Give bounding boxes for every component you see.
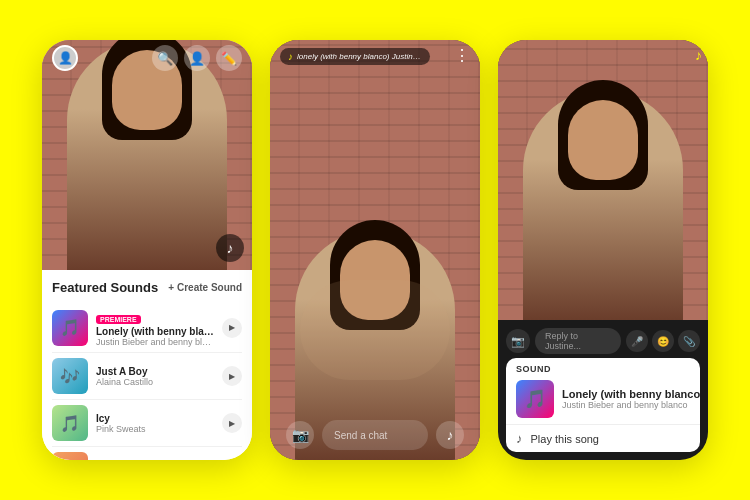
person-image-3: [498, 40, 708, 320]
sound-card-name: Lonely (with benny blanco): [562, 388, 700, 400]
sound-art-inner-2: 🎶: [52, 358, 88, 394]
play-button-2[interactable]: ▶: [222, 366, 242, 386]
lyric-text: lonely (with benny blanco) Justin Bieber…: [297, 52, 422, 61]
music-icon[interactable]: ♪: [436, 421, 464, 449]
phone3-top-icons: ♪: [695, 46, 702, 64]
phone2-topbar: ♪ lonely (with benny blanco) Justin Bieb…: [270, 40, 480, 73]
sound-artist-2: Alaina Castillo: [96, 377, 214, 387]
emoji-icon[interactable]: 😊: [652, 330, 674, 352]
sound-item-3: 🎵 Icy Pink Sweats ▶: [52, 400, 242, 447]
reply-input[interactable]: Reply to Justine...: [535, 328, 621, 354]
reply-camera-icon[interactable]: 📷: [506, 329, 530, 353]
music-note-icon: ♪: [516, 431, 523, 446]
phone2-bottombar: 📷 Send a chat ♪: [270, 410, 480, 460]
hand-overlay: [300, 280, 450, 380]
play-song-label: Play this song: [531, 433, 599, 445]
avatar[interactable]: 👤: [52, 45, 78, 71]
body-3: [523, 90, 683, 320]
music-note-icon[interactable]: ♪: [216, 234, 244, 262]
phone-2: ♪ lonely (with benny blanco) Justin Bieb…: [270, 40, 480, 460]
more-options-icon[interactable]: ⋮: [454, 48, 470, 64]
sound-name-1: Lonely (with benny blanco): [96, 326, 214, 337]
sound-info-2: Just A Boy Alaina Castillo: [96, 366, 214, 387]
sound-card: Sound 🎵 Lonely (with benny blanco) Justi…: [506, 358, 700, 452]
sound-card-artwork: 🎵: [516, 380, 554, 418]
sound-art-3: 🎵: [52, 405, 88, 441]
reply-action-icons: 🎤 😊 📎: [626, 330, 700, 352]
chat-input[interactable]: Send a chat: [322, 420, 428, 450]
sound-name-4: Manta Rays: [96, 460, 214, 461]
sound-item-1: 🎵 PREMIERE Lonely (with benny blanco) Ju…: [52, 303, 242, 353]
phone3-photo-area: ♪: [498, 40, 708, 320]
play-song-button[interactable]: ♪ Play this song: [506, 424, 700, 452]
phone1-photo-area: 👤 🔍 👤 ✏️ ♪: [42, 40, 252, 270]
sound-card-info: Lonely (with benny blanco) Justin Bieber…: [562, 388, 700, 410]
premiere-badge: PREMIERE: [96, 315, 141, 324]
phone-3: ♪ 📷 Reply to Justine... 🎤 😊 📎 Sound 🎵 Lo…: [498, 40, 708, 460]
add-friend-icon[interactable]: 👤: [184, 45, 210, 71]
sound-card-artist: Justin Bieber and benny blanco: [562, 400, 700, 410]
sound-art-inner-4: 🎶: [52, 452, 88, 460]
sound-art-4: 🎶: [52, 452, 88, 460]
phone2-photo-area: ♪ lonely (with benny blanco) Justin Bieb…: [270, 40, 480, 460]
microphone-icon[interactable]: 🎤: [626, 330, 648, 352]
person-image-2: [270, 40, 480, 460]
sound-art-1: 🎵: [52, 310, 88, 346]
sounds-header: Featured Sounds + Create Sound: [52, 280, 242, 295]
reply-bar: 📷 Reply to Justine... 🎤 😊 📎: [498, 320, 708, 358]
sounds-panel: Featured Sounds + Create Sound 🎵 PREMIER…: [42, 270, 252, 460]
play-button-1[interactable]: ▶: [222, 318, 242, 338]
play-button-3[interactable]: ▶: [222, 413, 242, 433]
sound-name-2: Just A Boy: [96, 366, 214, 377]
face-3: [568, 100, 638, 180]
phone1-topbar: 👤 🔍 👤 ✏️: [42, 40, 252, 76]
sounds-title: Featured Sounds: [52, 280, 158, 295]
sound-art-inner: 🎵: [52, 310, 88, 346]
create-sound-button[interactable]: + Create Sound: [168, 282, 242, 293]
sound-item-4: 🎶 Manta Rays Chloe Moriondo ▶: [52, 447, 242, 460]
sound-card-label: Sound: [506, 358, 700, 376]
sound-card-track: 🎵 Lonely (with benny blanco) Justin Bieb…: [506, 376, 700, 424]
sound-info-1: PREMIERE Lonely (with benny blanco) Just…: [96, 308, 214, 347]
sound-art-2: 🎶: [52, 358, 88, 394]
camera-icon[interactable]: 📷: [286, 421, 314, 449]
attachment-icon[interactable]: 📎: [678, 330, 700, 352]
sound-artist-1: Justin Bieber and benny blanco: [96, 337, 214, 347]
sound-info-3: Icy Pink Sweats: [96, 413, 214, 434]
sound-name-3: Icy: [96, 413, 214, 424]
sound-info-4: Manta Rays Chloe Moriondo: [96, 460, 214, 461]
sound-artist-3: Pink Sweats: [96, 424, 214, 434]
chat-icon[interactable]: ✏️: [216, 45, 242, 71]
search-icon[interactable]: 🔍: [152, 45, 178, 71]
top-icons: 🔍 👤 ✏️: [152, 45, 242, 71]
phone-1: 👤 🔍 👤 ✏️ ♪ Featured Sounds + Create Soun…: [42, 40, 252, 460]
lyric-banner: ♪ lonely (with benny blanco) Justin Bieb…: [280, 48, 430, 65]
sound-art-inner-3: 🎵: [52, 405, 88, 441]
sound-item-2: 🎶 Just A Boy Alaina Castillo ▶: [52, 353, 242, 400]
